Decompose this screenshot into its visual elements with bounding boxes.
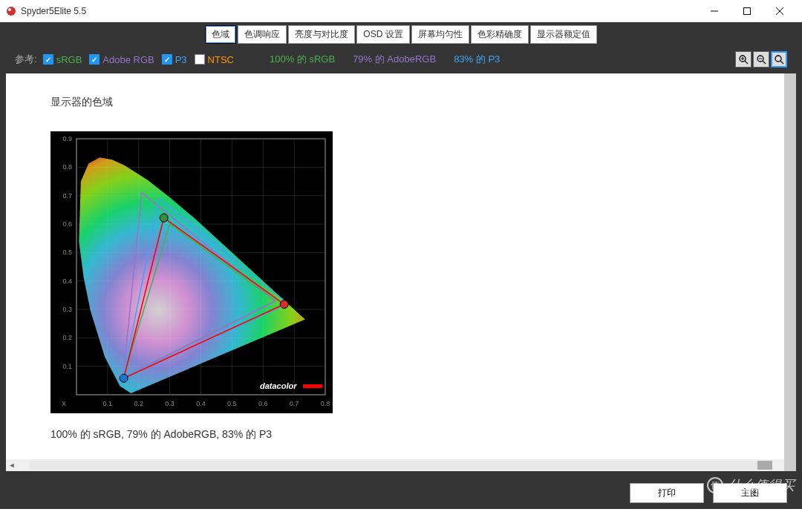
svg-rect-56 [303,384,322,388]
gamut-chart: 0.10.20.30.40.50.60.70.80.10.20.30.40.50… [50,131,333,413]
reference-label: 参考: [15,53,37,66]
svg-text:0.8: 0.8 [321,400,330,407]
svg-point-13 [775,56,781,62]
svg-text:0.5: 0.5 [227,400,237,407]
checkbox-label: sRGB [56,54,82,65]
content-panel: 显示器的色域 0.10.20.30.40.50.60.70.80.10.20.3… [6,73,796,471]
vertical-scrollbar[interactable] [784,73,796,471]
svg-text:0.4: 0.4 [62,278,72,285]
checkbox-label: P3 [175,54,187,65]
zoom-out-button[interactable] [753,51,769,68]
maximize-button[interactable] [731,1,763,22]
svg-point-53 [120,374,128,382]
svg-point-1 [8,8,11,11]
svg-text:0.2: 0.2 [134,400,143,407]
app-icon [6,6,16,16]
section-title: 显示器的色域 [50,96,752,109]
checkbox-srgb[interactable]: sRGB [43,54,82,65]
checkbox-label: Adobe RGB [102,54,154,65]
tab-0[interactable]: 色域 [205,25,236,44]
checkbox-p3[interactable]: P3 [162,54,187,65]
svg-rect-3 [744,7,751,14]
svg-text:0.3: 0.3 [62,306,72,313]
checkbox-ntsc[interactable]: NTSC [195,54,234,65]
zoom-in-button[interactable] [735,51,752,68]
tab-1[interactable]: 色调响应 [238,25,287,44]
svg-text:0.7: 0.7 [290,400,299,407]
svg-point-52 [160,214,168,222]
svg-text:0.4: 0.4 [196,400,206,407]
close-button[interactable] [763,1,796,22]
svg-line-11 [763,61,766,64]
stat-2: 83% 的 P3 [454,53,500,66]
svg-text:0.3: 0.3 [165,400,175,407]
svg-text:0.1: 0.1 [62,363,72,370]
window-title: Spyder5Elite 5.5 [21,6,698,16]
tab-bar: 色域色调响应亮度与对比度OSD 设置屏幕均匀性色彩精确度显示器额定值 [0,22,802,45]
tab-2[interactable]: 亮度与对比度 [288,25,355,44]
zoom-controls [735,51,787,68]
svg-point-51 [280,301,288,309]
svg-text:datacolor: datacolor [260,381,297,390]
checkbox-icon [89,54,100,65]
svg-line-14 [780,61,783,64]
checkbox-icon [43,54,53,65]
titlebar: Spyder5Elite 5.5 [0,0,802,22]
svg-text:0.1: 0.1 [103,400,113,407]
svg-text:0.6: 0.6 [62,220,72,228]
horizontal-scrollbar[interactable]: ◄ ► [6,459,796,471]
toolbar: 参考: sRGBAdobe RGBP3NTSC 100% 的 sRGB79% 的… [6,45,796,73]
scroll-left-icon[interactable]: ◄ [6,459,18,471]
checkbox-icon [195,54,205,65]
checkbox-icon [162,54,172,65]
footer-button-0[interactable]: 打印 [630,483,704,503]
svg-line-7 [745,61,748,64]
tab-5[interactable]: 色彩精确度 [471,25,529,44]
footer-bar: 打印主图 [0,477,802,509]
svg-text:X: X [62,400,66,407]
zoom-fit-button[interactable] [771,51,787,68]
stat-1: 79% 的 AdobeRGB [353,53,436,66]
checkbox-adobe-rgb[interactable]: Adobe RGB [89,54,154,65]
svg-point-0 [7,7,16,16]
tab-4[interactable]: 屏幕均匀性 [411,25,469,44]
tab-3[interactable]: OSD 设置 [356,25,409,44]
minimize-button[interactable] [698,1,731,22]
gamut-summary: 100% 的 sRGB, 79% 的 AdobeRGB, 83% 的 P3 [50,428,752,441]
footer-button-1[interactable]: 主图 [713,483,787,503]
svg-text:0.7: 0.7 [62,192,72,200]
checkbox-label: NTSC [208,54,234,65]
tab-6[interactable]: 显示器额定值 [530,25,597,44]
svg-text:0.6: 0.6 [258,400,268,407]
svg-text:0.9: 0.9 [62,135,72,142]
stat-0: 100% 的 sRGB [270,53,335,66]
svg-text:0.2: 0.2 [62,334,72,341]
svg-text:0.5: 0.5 [62,249,72,256]
svg-text:0.8: 0.8 [62,163,72,171]
